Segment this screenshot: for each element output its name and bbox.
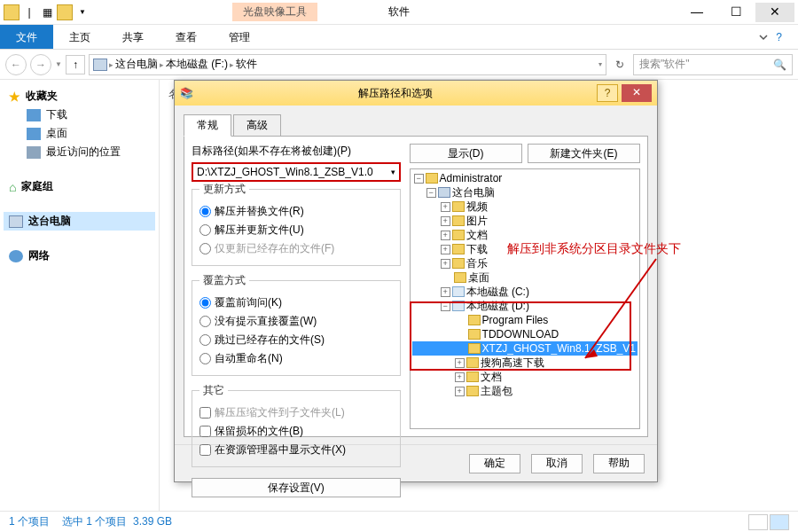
explorer-titlebar: | ▦ ▼ 光盘映像工具 软件 — ☐ ✕ [0, 0, 798, 25]
tab-view[interactable]: 查看 [160, 25, 213, 49]
search-input[interactable]: 搜索"软件" 🔍 [633, 54, 793, 75]
tree-zhutibao[interactable]: +主题包 [412, 384, 638, 398]
nav-favorites[interactable]: ★收藏夹 [4, 87, 155, 106]
extract-dialog: 📚 解压路径和选项 ? ✕ 常规 高级 目标路径(如果不存在将被创建)(P) D… [174, 80, 658, 482]
other-group: 其它 解压压缩文件到子文件夹(L) 保留损坏的文件(B) 在资源管理器中显示文件… [192, 383, 401, 467]
nav-up-button[interactable]: ↑ [66, 55, 85, 74]
tab-file[interactable]: 文件 [0, 25, 53, 49]
overwrite-mode-group: 覆盖方式 覆盖前询问(K) 没有提示直接覆盖(W) 跳过已经存在的文件(S) 自… [192, 273, 401, 376]
nav-homegroup[interactable]: ⌂家庭组 [4, 177, 155, 196]
qat-dropdown-icon[interactable]: ▼ [74, 4, 90, 20]
nav-computer[interactable]: 这台电脑 [4, 212, 155, 231]
check-show-explorer[interactable]: 在资源管理器中显示文件(X) [200, 441, 393, 459]
status-selected: 选中 1 个项目 3.39 GB [62, 514, 172, 529]
tree-drive-d[interactable]: −本地磁盘 (D:) [412, 299, 638, 313]
tree-admin[interactable]: −Administrator [412, 171, 638, 185]
contextual-tab-label: 光盘映像工具 [232, 3, 317, 21]
search-placeholder: 搜索"软件" [639, 57, 690, 72]
crumb-pc[interactable]: 这台电脑 [115, 57, 158, 72]
breadcrumb[interactable]: ▸ 这台电脑 ▸ 本地磁盘 (F:) ▸ 软件 ▾ [89, 54, 606, 75]
radio-auto-rename[interactable]: 自动重命名(N) [200, 349, 393, 368]
crumb-drive[interactable]: 本地磁盘 (F:) [166, 57, 228, 72]
nav-history-dropdown[interactable]: ▼ [55, 60, 62, 68]
tree-music[interactable]: +音乐 [412, 256, 638, 270]
help-button[interactable]: 帮助 [593, 454, 645, 473]
view-details-button[interactable] [748, 514, 768, 530]
nav-downloads[interactable]: 下载 [4, 106, 155, 124]
tree-pictures[interactable]: +图片 [412, 214, 638, 228]
folder-tree[interactable]: −Administrator −这台电脑 +视频 +图片 +文档 +下载 +音乐… [410, 168, 640, 429]
radio-extract-update[interactable]: 解压并更新文件(U) [200, 221, 393, 239]
app-icon [4, 4, 20, 20]
other-legend: 其它 [200, 383, 228, 398]
tab-manage[interactable]: 管理 [213, 25, 266, 49]
radio-ask-overwrite[interactable]: 覆盖前询问(K) [200, 293, 393, 312]
chevron-right-icon: ▸ [160, 60, 164, 69]
qat-properties-icon[interactable]: ▦ [39, 4, 55, 20]
status-bar: 1 个项目 选中 1 个项目 3.39 GB [0, 511, 798, 532]
view-icons-button[interactable] [770, 514, 789, 530]
check-subfolder[interactable]: 解压压缩文件到子文件夹(L) [200, 403, 393, 422]
path-dropdown-icon[interactable]: ▾ [598, 60, 602, 68]
radio-overwrite-noprompt[interactable]: 没有提示直接覆盖(W) [200, 312, 393, 331]
qat-newfolder-icon[interactable] [57, 4, 73, 20]
dialog-close-button[interactable]: ✕ [622, 84, 652, 102]
tab-general[interactable]: 常规 [184, 114, 231, 137]
save-settings-button[interactable]: 保存设置(V) [192, 478, 401, 497]
maximize-button[interactable]: ☐ [716, 3, 755, 22]
radio-extract-replace[interactable]: 解压并替换文件(R) [200, 202, 393, 221]
update-legend: 更新方式 [200, 182, 249, 197]
dialog-title: 解压路径和选项 [193, 86, 597, 101]
ribbon-tabs: 文件 主页 共享 查看 管理 ? [0, 25, 798, 50]
tree-program-files[interactable]: Program Files [412, 313, 638, 327]
tree-xtzj-selected[interactable]: XTZJ_GHOST_Win8.1_ZSB_V1 [412, 341, 638, 356]
ok-button[interactable]: 确定 [469, 454, 520, 473]
overwrite-legend: 覆盖方式 [200, 273, 249, 288]
dialog-tabs: 常规 高级 [184, 114, 648, 137]
nav-forward-button[interactable]: → [30, 54, 51, 75]
tab-home[interactable]: 主页 [53, 25, 106, 49]
cancel-button[interactable]: 取消 [531, 454, 583, 473]
tree-wendang[interactable]: +文档 [412, 370, 638, 384]
tree-desktop[interactable]: 桌面 [412, 270, 638, 285]
qat-separator: | [21, 4, 37, 20]
chevron-right-icon: ▸ [109, 60, 113, 69]
navigation-pane: ★收藏夹 下载 桌面 最近访问的位置 ⌂家庭组 这台电脑 网络 [0, 80, 160, 511]
search-icon: 🔍 [773, 59, 786, 71]
radio-skip-existing[interactable]: 跳过已经存在的文件(S) [200, 331, 393, 349]
ribbon-expand-icon[interactable]: ? [742, 25, 798, 49]
refresh-button[interactable]: ↻ [610, 55, 630, 74]
address-bar: ← → ▼ ↑ ▸ 这台电脑 ▸ 本地磁盘 (F:) ▸ 软件 ▾ ↻ 搜索"软… [0, 50, 798, 80]
tree-tddownload[interactable]: TDDOWNLOAD [412, 327, 638, 341]
nav-recent[interactable]: 最近访问的位置 [4, 143, 155, 161]
nav-back-button[interactable]: ← [5, 54, 27, 75]
nav-desktop[interactable]: 桌面 [4, 124, 155, 143]
tree-sogou[interactable]: +搜狗高速下载 [412, 356, 638, 370]
winrar-icon: 📚 [180, 87, 193, 99]
annotation-text: 解压到非系统分区目录文件夹下 [507, 241, 681, 257]
pc-icon [93, 59, 107, 71]
quick-access-toolbar: | ▦ ▼ [4, 4, 90, 20]
crumb-folder[interactable]: 软件 [236, 57, 257, 72]
tree-video[interactable]: +视频 [412, 200, 638, 214]
tree-drive-c[interactable]: +本地磁盘 (C:) [412, 285, 638, 299]
nav-network[interactable]: 网络 [4, 246, 155, 265]
target-path-input[interactable]: D:\XTZJ_GHOST_Win8.1_ZSB_V1.0 ▾ [192, 162, 401, 182]
tree-pc[interactable]: −这台电脑 [412, 185, 638, 200]
chevron-right-icon: ▸ [230, 60, 234, 69]
tab-advanced[interactable]: 高级 [233, 114, 281, 137]
dialog-help-button[interactable]: ? [597, 84, 618, 102]
dialog-titlebar: 📚 解压路径和选项 ? ✕ [175, 81, 657, 106]
tree-documents[interactable]: +文档 [412, 228, 638, 242]
radio-update-existing[interactable]: 仅更新已经存在的文件(F) [200, 239, 393, 258]
minimize-button[interactable]: — [677, 3, 716, 22]
new-folder-button[interactable]: 新建文件夹(E) [528, 144, 640, 163]
tab-share[interactable]: 共享 [106, 25, 160, 49]
target-path-label: 目标路径(如果不存在将被创建)(P) [192, 144, 401, 159]
path-dropdown-icon[interactable]: ▾ [391, 168, 395, 176]
update-mode-group: 更新方式 解压并替换文件(R) 解压并更新文件(U) 仅更新已经存在的文件(F) [192, 182, 401, 266]
check-keep-broken[interactable]: 保留损坏的文件(B) [200, 422, 393, 441]
close-button[interactable]: ✕ [755, 3, 794, 22]
show-button[interactable]: 显示(D) [410, 144, 522, 163]
status-item-count: 1 个项目 [9, 514, 50, 529]
